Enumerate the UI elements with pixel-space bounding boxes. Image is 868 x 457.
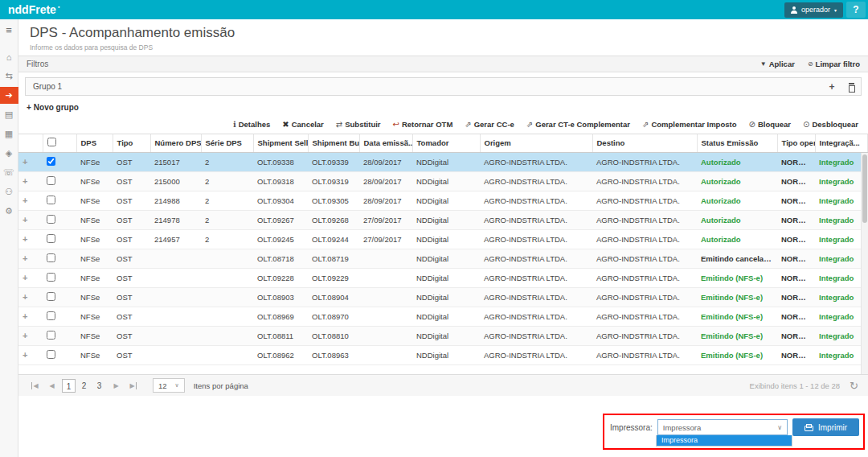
col-origem[interactable]: Origem [480,134,592,152]
help-button[interactable]: ? [846,2,866,18]
cell-tipo-operacao: NORMAL [777,191,815,210]
previous-page-button[interactable]: ◀ [45,382,59,389]
row-checkbox[interactable] [47,350,55,359]
col-buy[interactable]: Shipment Buy [308,134,359,152]
cell-origem: AGRO-INDSTRIA LTDA. [480,152,592,171]
expand-row-button[interactable]: + [23,331,27,340]
printer-option[interactable]: Impressora [657,435,792,446]
details-button[interactable]: ℹDetalhes [233,120,270,129]
filter-group[interactable]: Grupo 1 + [25,77,862,96]
table-row[interactable]: +NFSeOSTOLT.08962OLT.08963NDDigitalAGRO-… [18,345,868,364]
row-checkbox[interactable] [47,331,55,340]
expand-row-button[interactable]: + [23,234,27,244]
col-integracao[interactable]: Integraçã... [815,134,868,152]
expand-row-button[interactable]: + [23,273,27,282]
complementar-imposto-button[interactable]: ⇗Complementar Imposto [642,120,737,129]
return-otm-button[interactable]: ↩Retornar OTM [393,120,453,129]
row-checkbox[interactable] [47,176,55,185]
cell-shipment-buy: OLT.09268 [308,210,359,229]
table-row[interactable]: +NFSeOST2149882OLT.09304OLT.0930528/09/2… [18,191,868,210]
scrollbar-thumb[interactable] [862,154,867,223]
sidebar-transfer-icon[interactable]: ⇆ [0,68,18,84]
sidebar-users-icon[interactable]: ⚇ [0,183,18,200]
table-row[interactable]: +NFSeOST2150172OLT.09338OLT.0933928/09/2… [18,152,868,171]
expand-row-button[interactable]: + [23,196,27,205]
col-tipo_oper[interactable]: Tipo oper... [777,134,815,152]
col-numero[interactable]: Número DPS [150,134,201,152]
unblock-button[interactable]: ⊙Desbloquear [803,120,858,129]
last-page-button[interactable]: ▶ [126,382,140,389]
trash-icon [848,83,855,91]
printer-select[interactable]: Impressora ∨ [657,419,788,435]
expand-row-button[interactable]: + [23,157,27,167]
row-checkbox[interactable] [47,292,55,301]
cell-tipo-operacao: NORMAL [777,171,815,191]
col-status[interactable]: Status Emissão [697,134,777,152]
add-filter-button[interactable]: + [822,78,841,95]
details-label: Detalhes [239,120,271,129]
clear-filter-button[interactable]: ⊘ Limpar filtro [808,60,860,68]
cell-status-emissao: Autorizado [697,210,777,229]
next-page-button[interactable]: ▶ [109,382,123,389]
row-checkbox[interactable] [47,196,55,204]
cell-data-emissao: 28/09/2017 [359,171,412,191]
new-group-link[interactable]: + Novo grupo [27,103,79,112]
apply-filter-button[interactable]: ▼ Aplicar [760,60,795,68]
table-row[interactable]: +NFSeOSTOLT.08718OLT.08719NDDigitalAGRO-… [18,249,868,268]
table-row[interactable]: +NFSeOSTOLT.08903OLT.08904NDDigitalAGRO-… [18,287,868,307]
cell-integracao: Integrado [815,171,868,191]
first-page-button[interactable]: ◀ [28,382,42,389]
sidebar-financial-icon[interactable]: ◈ [0,145,18,162]
page-3-button[interactable]: 3 [92,379,106,393]
row-checkbox[interactable] [47,157,55,166]
vertical-scrollbar[interactable] [861,153,868,374]
page-size-select[interactable]: 12 ∨ [153,378,185,393]
table-row[interactable]: +NFSeOST2150002OLT.09318OLT.0931928/09/2… [18,171,868,191]
row-checkbox[interactable] [47,273,55,282]
sidebar-settings-icon[interactable]: ⚙ [0,203,18,220]
user-menu[interactable]: operador ▾ [784,2,843,18]
row-checkbox[interactable] [47,234,55,243]
cancel-button[interactable]: ✖Cancelar [282,120,324,129]
col-tipo[interactable]: Tipo [113,134,150,152]
print-button[interactable]: Imprimir [792,418,859,436]
cell-tipo: OST [113,152,150,171]
expand-row-button[interactable]: + [23,311,27,321]
expand-row-button[interactable]: + [23,350,27,360]
col-destino[interactable]: Destino [592,134,697,152]
sidebar-documents-icon[interactable]: ▤ [0,106,18,123]
page-2-button[interactable]: 2 [77,379,91,393]
sidebar-emission-icon[interactable]: ➔ [0,87,18,104]
sidebar-reports-icon[interactable]: ▦ [0,126,18,142]
table-row[interactable]: +NFSeOSTOLT.09228OLT.09229NDDigitalAGRO-… [18,268,868,287]
row-checkbox[interactable] [47,215,55,224]
col-sell[interactable]: Shipment Sell [253,134,308,152]
generate-cce-button[interactable]: ⇗Gerar CC-e [465,120,514,129]
page-1-button[interactable]: 1 [62,379,76,393]
table-row[interactable]: +NFSeOST2149572OLT.09245OLT.0924427/09/2… [18,229,868,249]
delete-group-button[interactable] [841,78,861,95]
replace-button[interactable]: ⇄Substituir [336,120,381,129]
generate-cte-complementar-button[interactable]: ⇗Gerar CT-e Complementar [526,120,630,129]
refresh-icon[interactable]: ↻ [850,380,858,392]
table-row[interactable]: +NFSeOSTOLT.08969OLT.08970NDDigitalAGRO-… [18,307,868,326]
expand-row-button[interactable]: + [23,292,27,302]
sidebar-menu-icon[interactable]: ≡ [0,22,18,39]
col-tomador[interactable]: Tomador [412,134,480,152]
table-row[interactable]: +NFSeOST2149782OLT.09267OLT.0926827/09/2… [18,210,868,229]
select-all-checkbox[interactable] [47,138,56,146]
table-row[interactable]: +NFSeOSTOLT.08811OLT.08810NDDigitalAGRO-… [18,326,868,345]
filter-group-name: Grupo 1 [33,82,62,91]
row-checkbox[interactable] [47,253,55,262]
expand-row-button[interactable]: + [23,253,27,263]
expand-row-button[interactable]: + [23,176,27,186]
sidebar-support-icon[interactable]: ☏ [0,164,18,181]
expand-row-button[interactable]: + [23,215,27,224]
generate-cte-complementar-icon: ⇗ [526,120,533,129]
block-button[interactable]: ⊘Bloquear [748,120,791,129]
col-data[interactable]: Data emissã... [359,134,412,152]
col-dps[interactable]: DPS [76,134,113,152]
sidebar-home-icon[interactable]: ⌂ [0,48,18,65]
col-serie[interactable]: Série DPS [201,134,253,152]
row-checkbox[interactable] [47,311,55,320]
